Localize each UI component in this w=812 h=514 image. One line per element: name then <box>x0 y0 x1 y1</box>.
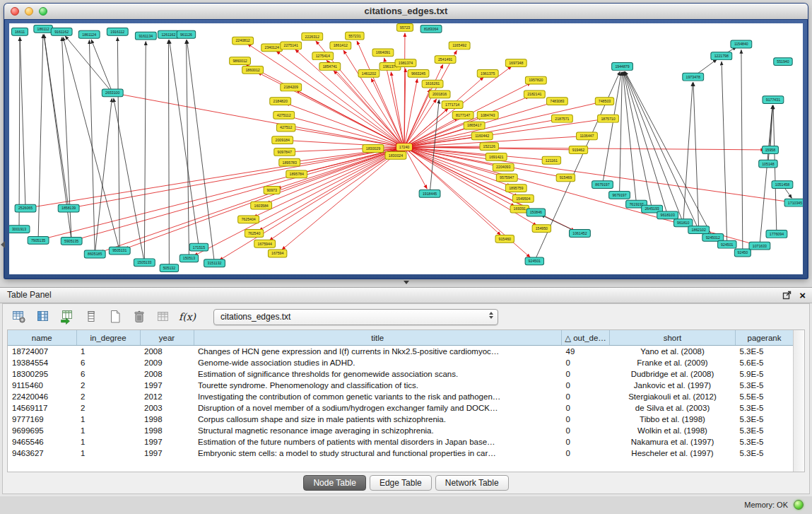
graph-edge[interactable] <box>95 98 112 254</box>
table-cell[interactable]: 5.3E-5 <box>736 380 794 391</box>
table-cell[interactable]: 5.5E-5 <box>736 391 794 402</box>
table-cell[interactable]: Hescheler et al. (1997) <box>610 448 736 459</box>
graph-edge[interactable] <box>20 37 25 209</box>
table-cell[interactable]: 2 <box>76 402 140 414</box>
graph-edge[interactable] <box>741 49 743 252</box>
table-cell[interactable]: 14569117 <box>8 402 76 414</box>
table-cell[interactable]: 9115460 <box>8 380 76 391</box>
table-row[interactable]: 977716911998Corpus callosum shape and si… <box>8 414 794 425</box>
table-cell[interactable]: 9465546 <box>8 436 76 448</box>
network-view[interactable]: 1724021842092184820427511242751220091849… <box>9 23 803 274</box>
table-cell[interactable]: 9777169 <box>8 414 76 425</box>
table-cell[interactable]: 1998 <box>140 414 194 425</box>
table-cell[interactable]: 1 <box>76 414 140 425</box>
table-cell[interactable]: 1 <box>76 448 140 459</box>
graph-edge[interactable] <box>384 58 404 147</box>
graph-edge[interactable] <box>693 83 699 230</box>
table-cell[interactable]: 9699695 <box>8 425 76 436</box>
graph-edge[interactable] <box>404 147 789 202</box>
table-source-select[interactable]: citations_edges.txt <box>213 309 498 325</box>
table-row[interactable]: 969969511998Structural magnetic resonanc… <box>8 425 794 436</box>
table-cell[interactable]: Embryonic stem cells: a model to study s… <box>194 448 562 459</box>
table-cell[interactable]: 5.3E-5 <box>736 425 794 436</box>
table-cell[interactable]: Nakamura et al. (1997) <box>610 436 736 448</box>
table-cell[interactable]: 1997 <box>140 448 194 459</box>
table-cell[interactable]: 18300295 <box>8 368 76 380</box>
column-header-pagerank[interactable]: pagerank <box>736 330 794 346</box>
table-cell[interactable]: 2009 <box>140 357 194 368</box>
graph-edge[interactable] <box>170 40 199 247</box>
table-cell[interactable]: 2003 <box>140 402 194 414</box>
table-cell[interactable]: 2 <box>76 380 140 391</box>
table-cell[interactable]: Structural magnetic resonance image aver… <box>194 425 562 436</box>
table-cell[interactable]: 0 <box>562 391 610 402</box>
table-cell[interactable]: 1 <box>76 425 140 436</box>
graph-edge[interactable] <box>722 62 727 245</box>
table-cell[interactable]: 18724007 <box>8 346 76 358</box>
table-row[interactable]: 1456911722003Disruption of a novel membe… <box>8 402 794 414</box>
table-cell[interactable]: Estimation of significance thresholds fo… <box>194 368 562 380</box>
table-cell[interactable]: Corpus callosum shape and size in male p… <box>194 414 562 425</box>
window-titlebar[interactable]: citations_edges.txt <box>4 4 808 20</box>
table-cell[interactable]: 0 <box>562 448 610 459</box>
close-panel-button[interactable]: × <box>799 291 806 300</box>
table-cell[interactable]: 5.3E-5 <box>736 346 794 358</box>
graph-edge[interactable] <box>620 72 623 195</box>
table-cell[interactable]: 5.3E-5 <box>736 436 794 448</box>
graph-edge[interactable] <box>404 119 603 147</box>
table-cell[interactable]: 2008 <box>140 346 194 358</box>
table-cell[interactable]: 1 <box>76 346 140 358</box>
graph-edge[interactable] <box>65 36 112 93</box>
graph-edge[interactable] <box>77 147 404 240</box>
table-row[interactable]: 1938455462009Genome-wide association stu… <box>8 357 794 368</box>
table-cell[interactable]: 0 <box>562 380 610 391</box>
table-cell[interactable]: 0 <box>562 425 610 436</box>
panel-splitter[interactable] <box>0 279 812 287</box>
graph-edge[interactable] <box>38 35 43 240</box>
table-cell[interactable]: Franke et al. (2009) <box>610 357 736 368</box>
graph-edge[interactable] <box>334 71 404 147</box>
table-cell[interactable]: 1997 <box>140 436 194 448</box>
table-cell[interactable]: Disruption of a novel member of a sodium… <box>194 402 562 414</box>
table-cell[interactable]: Genome-wide association studies in ADHD. <box>194 357 562 368</box>
graph-edge[interactable] <box>63 37 119 250</box>
column-header-in_degree[interactable]: in_degree <box>76 330 140 346</box>
column-header-year[interactable]: year <box>140 330 194 346</box>
table-cell[interactable]: de Silva et al. (2003) <box>610 402 736 414</box>
table-cell[interactable]: 5.9E-5 <box>736 368 794 380</box>
tab-node-table[interactable]: Node Table <box>303 475 366 491</box>
table-row[interactable]: 1872400712008Changes of HCN gene express… <box>8 346 794 358</box>
table-cell[interactable]: 5.3E-5 <box>736 448 794 459</box>
graph-edge[interactable] <box>292 129 404 147</box>
graph-edge[interactable] <box>19 37 20 229</box>
table-cell[interactable]: 1998 <box>140 425 194 436</box>
table-cell[interactable]: Yano et al. (2008) <box>610 346 736 358</box>
graph-edge[interactable] <box>118 94 404 147</box>
delete-table-button[interactable] <box>130 308 148 326</box>
graph-edge[interactable] <box>254 147 404 217</box>
select-columns-button[interactable] <box>34 308 52 326</box>
table-vertical-scrollbar[interactable] <box>793 330 804 472</box>
table-cell[interactable]: 22420046 <box>8 391 76 402</box>
table-cell[interactable]: 1 <box>76 436 140 448</box>
table-cell[interactable]: Changes of HCN gene expression and I(f) … <box>194 346 562 358</box>
tab-edge-table[interactable]: Edge Table <box>370 475 432 491</box>
column-header-short[interactable]: short <box>610 330 736 346</box>
table-cell[interactable]: 1997 <box>140 380 194 391</box>
graph-edge[interactable] <box>117 37 119 251</box>
table-cell[interactable]: 0 <box>562 402 610 414</box>
function-builder-button[interactable]: f(x) <box>178 308 196 326</box>
rename-table-button[interactable] <box>154 308 172 326</box>
table-cell[interactable]: 0 <box>562 368 610 380</box>
table-cell[interactable]: Dudbridge et al. (2008) <box>610 368 736 380</box>
graph-edge[interactable] <box>144 42 146 263</box>
table-cell[interactable]: Jankovic et al. (1997) <box>610 380 736 391</box>
table-cell[interactable]: 0 <box>562 357 610 368</box>
graph-edge[interactable] <box>404 33 405 147</box>
graph-edge[interactable] <box>760 105 772 246</box>
table-cell[interactable]: 49 <box>562 346 610 358</box>
table-cell[interactable]: 0 <box>562 436 610 448</box>
table-cell[interactable]: Stergiakouli et al. (2012) <box>610 391 736 402</box>
table-cell[interactable]: Wolkin et al. (1998) <box>610 425 736 436</box>
graph-edge[interactable] <box>114 98 145 262</box>
